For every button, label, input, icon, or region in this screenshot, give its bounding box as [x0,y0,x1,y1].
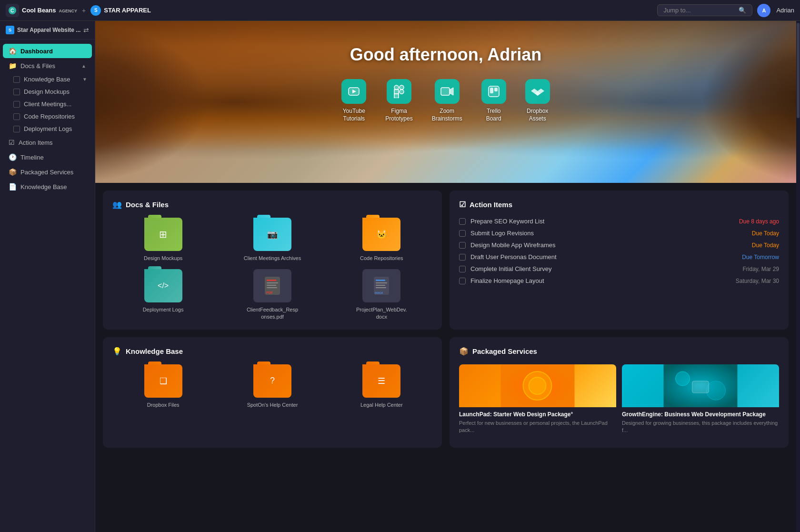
file-item-design-mockups[interactable]: ⊞ Design Mockups [112,218,214,261]
shortcut-zoom[interactable]: ZoomBrainstorms [432,79,462,122]
deployment-logs-folder: </> [144,269,182,302]
shortcut-trello[interactable]: TrelloBoard [481,79,506,122]
svg-rect-18 [267,280,276,281]
kb-item-spoton[interactable]: ? SpotOn's Help Center [221,364,323,408]
youtube-label: YouTubeTutorials [343,108,365,122]
action-checkbox-2[interactable] [459,230,466,237]
kb-item-dropbox[interactable]: ❑ Dropbox Files [112,364,214,408]
file-item-deployment-logs[interactable]: </> Deployment Logs [112,269,214,320]
sidebar-item-packaged-services[interactable]: 📦 Packaged Services [3,165,92,179]
knowledge-base-card: 💡 Knowledge Base ❑ Dropbox Files [103,337,442,448]
sidebar-label-packaged-services: Packaged Services [20,169,86,176]
deployment-logs-sub-icon [13,126,20,132]
shortcut-figma[interactable]: FigmaPrototypes [385,79,412,122]
top-navigation: C Cool Beans AGENCY + S STAR APPAREL Jum… [0,0,800,21]
cool-beans-logo[interactable]: C Cool Beans AGENCY [6,4,77,17]
svg-rect-25 [376,282,387,283]
file-item-project-plan[interactable]: DOCX ProjectPlan_WebDev.docx [331,269,432,320]
dashboard-grid: 👥 Docs & Files ⊞ Design Mockups [95,183,796,455]
sidebar-item-client-meetings[interactable]: Client Meetings... [9,98,92,110]
design-mockups-folder: ⊞ [144,218,182,251]
action-checkbox-6[interactable] [459,278,466,284]
shortcut-dropbox[interactable]: DropboxAssets [525,79,550,122]
launchpad-info: LaunchPad: Starter Web Design Package° P… [459,407,616,438]
launchpad-title: LaunchPad: Starter Web Design Package° [459,411,616,418]
scrollbar-track[interactable] [796,21,800,532]
scrollbar-thumb[interactable] [797,23,800,118]
sidebar-item-deployment-logs[interactable]: Deployment Logs [9,123,92,135]
action-due-3: Due Today [752,242,779,249]
sidebar-project-name: Star Apparel Website ... [17,27,80,33]
svg-rect-9 [441,88,450,95]
svg-text:C: C [10,8,14,13]
knowledge-base-icon: 📄 [9,183,17,191]
action-label-4: Draft User Personas Document [470,253,737,261]
sidebar-project-icon: S [6,26,14,34]
action-item-5: Complete Initial Client Survey Friday, M… [459,265,779,272]
sidebar-item-dashboard[interactable]: 🏠 Dashboard [3,44,92,58]
packaged-services-card: 📦 Packaged Services [450,337,789,448]
dropbox-label: DropboxAssets [527,108,548,122]
sidebar-item-knowledge-base[interactable]: Knowledge Base ▼ [9,73,92,85]
service-launchpad[interactable]: LaunchPad: Starter Web Design Package° P… [459,364,616,438]
docs-files-submenu: Knowledge Base ▼ Design Mockups Client M… [6,73,95,135]
file-item-client-feedback[interactable]: PDF ClientFeedback_Responses.pdf [221,269,323,320]
folder-body-legal: ☰ [362,364,400,398]
action-due-5: Friday, Mar 29 [743,266,779,272]
svg-rect-13 [494,88,498,91]
action-checkbox-4[interactable] [459,254,466,261]
action-due-4: Due Tomorrow [742,254,779,261]
code-repos-folder: 🐱 [362,218,400,251]
spoton-folder: ? [253,364,291,398]
folder-body-orange: 🐱 [362,218,400,251]
action-checkbox-5[interactable] [459,266,466,272]
knowledge-base-card-icon: 💡 [112,347,122,356]
client-meetings-label: Client Meetings Archives [244,255,301,261]
service-growth-engine[interactable]: GrowthEngine: Business Web Development P… [622,364,779,438]
file-item-client-meetings[interactable]: 📷 Client Meetings Archives [221,218,323,261]
launchpad-image [459,364,616,407]
sidebar-label-dashboard: Dashboard [20,48,86,55]
docs-files-card: 👥 Docs & Files ⊞ Design Mockups [103,191,442,330]
figma-icon [387,79,411,104]
action-checkbox-1[interactable] [459,218,466,225]
star-apparel-project[interactable]: S STAR APPAREL [90,5,151,16]
knowledge-base-header: 💡 Knowledge Base [112,347,432,356]
svg-rect-24 [376,280,385,281]
zoom-label: ZoomBrainstorms [432,108,462,122]
jump-to-search[interactable]: Jump to... 🔍 [657,4,752,16]
file-item-code-repos[interactable]: 🐱 Code Repositories [331,218,432,261]
svg-rect-27 [376,287,386,288]
legal-folder: ☰ [362,364,400,398]
dropbox-files-label: Dropbox Files [147,402,180,408]
sidebar-item-code-repos[interactable]: Code Repositories [9,110,92,122]
trello-icon [481,79,506,104]
sidebar-transfer-icon[interactable]: ⇄ [83,26,89,34]
sidebar-item-knowledge-base-main[interactable]: 📄 Knowledge Base [3,180,92,194]
username: Adrian [776,7,794,14]
packaged-services-icon: 📦 [9,168,17,176]
client-feedback-label: ClientFeedback_Responses.pdf [247,306,298,320]
dropbox-files-folder: ❑ [144,364,182,398]
knowledge-base-chevron: ▼ [82,77,87,82]
growth-title: GrowthEngine: Business Web Development P… [622,411,779,418]
action-item-4: Draft User Personas Document Due Tomorro… [459,253,779,261]
svg-point-35 [707,381,726,400]
docs-files-icon: 📁 [9,62,17,70]
sidebar-label-timeline: Timeline [20,154,86,161]
kb-item-legal[interactable]: ☰ Legal Help Center [331,364,432,408]
sidebar-item-timeline[interactable]: 🕐 Timeline [3,150,92,164]
sidebar-item-action-items[interactable]: ☑ Action Items [3,135,92,150]
action-checkbox-3[interactable] [459,242,466,249]
sidebar-item-design-mockups[interactable]: Design Mockups [9,86,92,98]
cool-beans-text: Cool Beans [22,7,56,14]
action-item-6: Finalize Homepage Layout Saturday, Mar 3… [459,277,779,284]
folder-body: ⊞ [144,218,182,251]
project-icon: S [90,5,101,16]
deployment-logs-label: Deployment Logs [143,306,184,313]
sidebar-item-docs-files[interactable]: 📁 Docs & Files ▲ [3,59,92,73]
action-items-icon: ☑ [9,139,15,146]
shortcut-youtube[interactable]: YouTubeTutorials [341,79,366,122]
action-label-2: Submit Logo Revisions [470,230,747,237]
user-avatar[interactable]: A [757,4,770,17]
